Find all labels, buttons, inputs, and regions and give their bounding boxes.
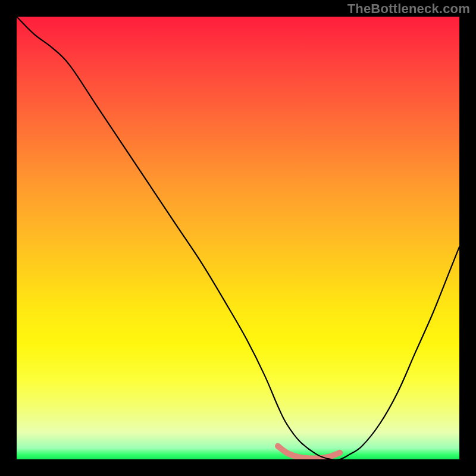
plot-area: [17, 17, 459, 459]
bottom-highlight-series: [278, 446, 340, 459]
watermark-label: TheBottleneck.com: [347, 1, 470, 17]
chart-frame: TheBottleneck.com: [0, 0, 476, 476]
main-curve-series: [17, 17, 459, 459]
chart-svg: [17, 17, 459, 459]
